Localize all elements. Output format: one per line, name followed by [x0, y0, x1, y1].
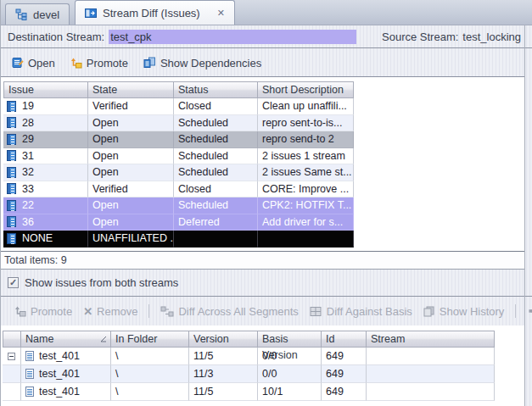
file-row-1[interactable]: test_401 \ 11/5 0/0 649 — [3, 348, 495, 365]
destination-stream-value[interactable]: test_cpk — [109, 30, 356, 44]
promote-disabled-icon — [14, 306, 26, 317]
column-header-short-description[interactable]: Short Description — [258, 81, 354, 98]
files-table-header: Name In Folder Version Basis Version Id … — [3, 331, 495, 348]
promote-button[interactable]: Promote — [70, 57, 128, 70]
collapse-icon[interactable] — [8, 353, 15, 360]
basis-version-cell: 0/0 — [258, 365, 322, 383]
issue-id: 33 — [22, 181, 34, 197]
issue-id: 31 — [22, 148, 34, 164]
description-cell: 2 issues 1 stream — [258, 148, 354, 165]
basis-version-cell: 10/1 — [258, 383, 322, 401]
issue-id: 19 — [22, 98, 34, 114]
state-cell: Open — [88, 148, 174, 165]
description-cell: Clean up unaffili... — [258, 98, 354, 115]
file-icon — [25, 369, 34, 379]
promote-files-button[interactable]: Promote — [14, 305, 72, 318]
in-folder-cell: \ — [111, 365, 189, 383]
issue-row-22-selected[interactable]: 22 Open Scheduled CPK2: HOTFIX T... — [3, 197, 354, 214]
tab-stream-diff-issues[interactable]: Stream Diff (Issues) ✕ — [75, 0, 235, 25]
promote-label: Promote — [87, 57, 128, 70]
stream-cell — [367, 348, 495, 365]
description-cell: CPK2: HOTFIX T... — [258, 197, 354, 214]
diff-across-all-segments-button[interactable]: Diff Across All Segments — [160, 305, 298, 318]
issue-row-36-selected[interactable]: 36 Open Deferred Add driver for s... — [3, 214, 354, 231]
id-cell: 649 — [322, 348, 367, 365]
close-icon[interactable]: ✕ — [217, 8, 225, 19]
promote-files-label: Promote — [31, 305, 72, 318]
state-cell: Open — [88, 115, 174, 132]
show-history-icon — [423, 306, 435, 317]
issue-id: 32 — [22, 164, 34, 181]
issues-toolbar: Open Promote Show Dependencies — [1, 49, 532, 76]
description-cell — [258, 231, 354, 247]
issue-id: 36 — [22, 214, 34, 231]
diff-against-basis-button[interactable]: Diff Against Basis — [310, 305, 412, 318]
sort-ascending-icon — [99, 336, 107, 342]
id-cell: 649 — [322, 383, 367, 401]
status-cell: Scheduled — [174, 197, 258, 214]
status-cell: Scheduled — [174, 164, 258, 181]
file-icon — [25, 387, 34, 397]
column-header-issue[interactable]: Issue — [3, 81, 88, 98]
column-header-name[interactable]: Name — [21, 331, 111, 348]
issue-row-31[interactable]: 31 Open Scheduled 2 issues 1 stream — [3, 148, 354, 165]
show-dependencies-icon — [143, 57, 156, 69]
status-cell: Closed — [174, 98, 258, 115]
description-cell: CORE: Improve ... — [258, 181, 354, 198]
version-cell: 11/5 — [189, 383, 258, 401]
column-header-id[interactable]: Id — [322, 331, 367, 348]
issue-icon — [7, 183, 16, 194]
diff-across-label: Diff Across All Segments — [178, 305, 298, 318]
toolbar-separator — [148, 304, 149, 318]
stream-cell — [367, 365, 495, 383]
remove-label: Remove — [97, 305, 137, 318]
open-icon — [12, 57, 24, 69]
state-cell: Open — [88, 131, 174, 148]
show-both-streams-label: Show issues from both streams — [25, 276, 178, 289]
column-header-version[interactable]: Version — [189, 331, 258, 348]
issue-row-33[interactable]: 33 Verified Closed CORE: Improve ... — [3, 181, 354, 198]
column-header-state[interactable]: State — [88, 81, 174, 98]
issue-icon — [7, 167, 16, 178]
column-header-expand — [3, 331, 21, 348]
column-header-status[interactable]: Status — [174, 81, 258, 98]
remove-button[interactable]: ✕ Remove — [83, 305, 137, 318]
in-folder-cell: \ — [111, 348, 189, 365]
status-cell: Scheduled — [174, 115, 258, 132]
state-cell: Verified — [88, 98, 174, 115]
basis-version-cell: 0/0 — [258, 348, 322, 365]
window-edge-divider — [524, 25, 525, 406]
state-cell: Verified — [88, 181, 174, 198]
name-header-label: Name — [25, 331, 53, 348]
source-stream-value: test_locking — [462, 31, 521, 43]
issue-icon — [7, 233, 16, 244]
column-header-in-folder[interactable]: In Folder — [111, 331, 189, 348]
issue-icon — [7, 134, 16, 145]
open-button[interactable]: Open — [12, 57, 55, 70]
filter-row: ✓ Show issues from both streams — [1, 270, 532, 296]
issue-row-none[interactable]: NONE UNAFFILIATED ... — [3, 231, 354, 247]
browse-versions-button[interactable]: Brow — [527, 305, 532, 318]
file-icon — [25, 351, 34, 361]
show-both-streams-checkbox[interactable]: ✓ — [8, 277, 19, 288]
browse-versions-icon — [527, 306, 532, 316]
tab-devel[interactable]: devel — [5, 3, 70, 25]
column-header-basis-version[interactable]: Basis Version — [258, 331, 322, 348]
issue-icon — [7, 117, 16, 128]
show-dependencies-button[interactable]: Show Dependencies — [143, 57, 261, 70]
issue-row-32[interactable]: 32 Open Scheduled 2 issues Same st... — [3, 164, 354, 181]
stream-info-bar: Destination Stream: test_cpk Source Stre… — [1, 25, 532, 48]
issue-id: 28 — [22, 115, 34, 131]
show-history-button[interactable]: Show History — [423, 305, 505, 318]
issue-row-29-selected[interactable]: 29 Open Scheduled repro send-to 2 — [3, 131, 354, 148]
files-table: Name In Folder Version Basis Version Id … — [1, 325, 524, 406]
toolbar-separator — [515, 304, 516, 318]
files-toolbar: Promote ✕ Remove Diff Across All Segment… — [1, 296, 532, 325]
issue-row-19[interactable]: 19 Verified Closed Clean up unaffili... — [3, 98, 354, 115]
issue-row-28[interactable]: 28 Open Scheduled repro sent-to-is... — [3, 115, 354, 132]
column-header-stream[interactable]: Stream — [367, 331, 495, 348]
file-row-3[interactable]: test_401 \ 11/5 10/1 649 — [3, 383, 495, 401]
diff-against-basis-label: Diff Against Basis — [327, 305, 412, 318]
show-history-label: Show History — [440, 305, 505, 318]
file-row-2[interactable]: test_401 \ 11/3 0/0 649 — [3, 365, 495, 383]
